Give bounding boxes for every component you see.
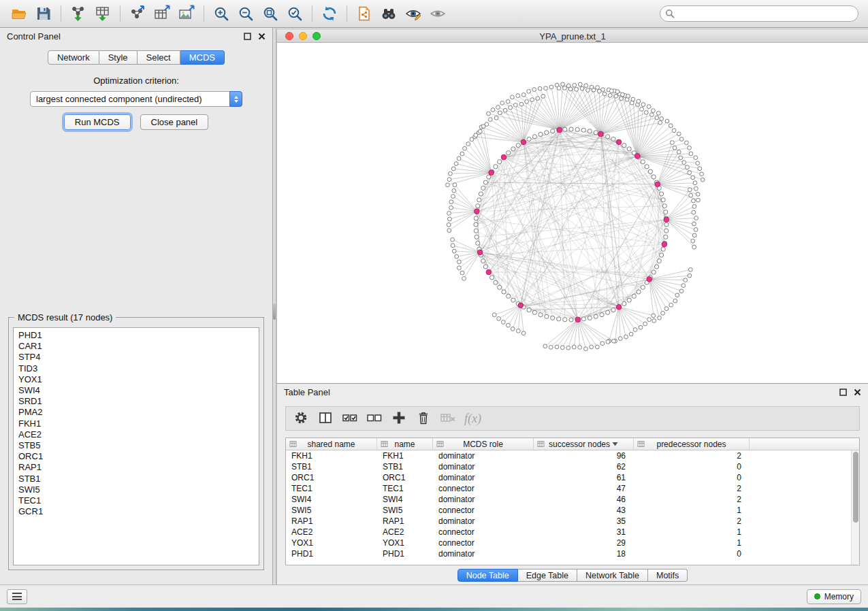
search-input[interactable]: [660, 5, 858, 22]
table-row[interactable]: YOX1YOX1connector291: [286, 538, 851, 548]
control-tab-mcds[interactable]: MCDS: [180, 50, 225, 65]
zoom-fit-button[interactable]: [258, 2, 283, 25]
refresh-arrows-icon: [321, 5, 338, 22]
table-cell: 0: [634, 462, 750, 472]
close-table-panel-button[interactable]: [853, 388, 861, 396]
close-panel-icon-button[interactable]: [257, 32, 266, 40]
zoom-out-button[interactable]: [234, 2, 258, 25]
export-table-icon: [153, 5, 171, 22]
apply-layout-button[interactable]: [317, 2, 342, 25]
table-row[interactable]: STB1STB1dominator620: [286, 461, 851, 472]
float-panel-button[interactable]: [243, 32, 251, 40]
table-tab-edge-table[interactable]: Edge Table: [518, 569, 577, 582]
delete-column-button[interactable]: [413, 408, 434, 429]
table-row[interactable]: ORC1ORC1dominator610: [286, 472, 851, 483]
table-cell: ORC1: [377, 473, 433, 482]
memory-button[interactable]: Memory: [807, 589, 861, 604]
open-session-button[interactable]: [7, 2, 31, 25]
vertical-splitter[interactable]: [273, 28, 276, 584]
control-tab-network[interactable]: Network: [48, 50, 99, 65]
criterion-select[interactable]: largest connected component (undirected): [30, 91, 242, 107]
mcds-result-item[interactable]: PMA2: [18, 407, 254, 418]
table-cell: 62: [534, 462, 634, 472]
network-window: YPA_prune.txt_1: [276, 30, 868, 383]
table-row[interactable]: RAP1RAP1dominator352: [286, 516, 851, 527]
mcds-result-item[interactable]: TID3: [18, 363, 254, 374]
scrollbar-thumb[interactable]: [853, 452, 858, 523]
mcds-result-item[interactable]: RAP1: [18, 462, 254, 473]
mcds-result-item[interactable]: YOX1: [18, 374, 254, 385]
create-column-button[interactable]: [388, 408, 410, 429]
table-scrollbar[interactable]: [851, 450, 859, 565]
table-row[interactable]: PHD1PHD1dominator180: [286, 548, 851, 559]
table-tab-network-table[interactable]: Network Table: [577, 569, 648, 582]
criterion-selected-value: largest connected component (undirected): [31, 94, 229, 104]
mcds-result-item[interactable]: ORC1: [18, 451, 254, 462]
close-window-button[interactable]: [285, 32, 293, 40]
table-row[interactable]: SWI4SWI4dominator462: [286, 494, 851, 505]
select-all-columns-button[interactable]: [339, 408, 361, 429]
mcds-result-item[interactable]: STB1: [18, 474, 254, 484]
float-table-panel-button[interactable]: [839, 388, 847, 396]
mcds-result-item[interactable]: CAR1: [18, 341, 254, 352]
mcds-result-item[interactable]: STB5: [18, 440, 254, 451]
mcds-result-item[interactable]: FKH1: [18, 418, 254, 429]
function-builder-button[interactable]: f(x): [462, 412, 484, 426]
mcds-result-item[interactable]: GCR1: [18, 506, 254, 517]
column-header-predecessor-nodes[interactable]: predecessor nodes: [634, 438, 750, 450]
mcds-result-item[interactable]: SWI5: [18, 484, 254, 495]
control-tab-style[interactable]: Style: [99, 50, 138, 65]
table-mode-button[interactable]: [290, 408, 312, 429]
column-header-successor-nodes[interactable]: successor nodes: [534, 438, 634, 450]
find-button[interactable]: [376, 2, 401, 25]
table-row[interactable]: TEC1TEC1connector472: [286, 483, 851, 494]
network-canvas[interactable]: [277, 43, 868, 383]
table-row[interactable]: ACE2ACE2connector311: [286, 527, 851, 538]
import-table-button[interactable]: [91, 2, 115, 25]
mcds-result-item[interactable]: PHD1: [18, 330, 254, 341]
table-tab-motifs[interactable]: Motifs: [648, 569, 688, 582]
splitter-handle[interactable]: [273, 303, 276, 320]
show-graphics-details-button[interactable]: [401, 2, 425, 25]
toolbar-separator: [120, 5, 120, 22]
export-network-button[interactable]: [125, 2, 150, 25]
deselect-all-columns-button[interactable]: [364, 408, 385, 429]
open-folder-icon: [10, 5, 28, 22]
zoom-selected-button[interactable]: [283, 2, 307, 25]
table-panel: Table Panel f(x) sh: [276, 383, 868, 584]
show-column-button[interactable]: [315, 408, 336, 429]
table-row[interactable]: SWI5SWI5connector431: [286, 505, 851, 516]
export-table-button[interactable]: [150, 2, 174, 25]
table-header-row: shared namenameMCDS rolesuccessor nodesp…: [286, 438, 859, 450]
mcds-result-item[interactable]: SRD1: [18, 396, 254, 407]
maximize-window-button[interactable]: [312, 32, 321, 40]
column-header-MCDS-role[interactable]: MCDS role: [433, 438, 534, 450]
status-menu-button[interactable]: [7, 589, 27, 604]
export-image-button[interactable]: [174, 2, 199, 25]
toolbar-separator: [204, 5, 204, 22]
run-mcds-button[interactable]: Run MCDS: [64, 114, 131, 130]
save-floppy-icon: [35, 5, 52, 22]
table-tab-node-table[interactable]: Node Table: [457, 569, 518, 582]
column-header-name[interactable]: name: [377, 438, 433, 450]
optimization-criterion-label: Optimization criterion:: [0, 76, 272, 86]
mcds-result-item[interactable]: SWI4: [18, 385, 254, 396]
table-row[interactable]: FKH1FKH1dominator962: [286, 450, 851, 461]
table-cell: connector: [433, 538, 534, 548]
status-bar: Memory: [0, 584, 868, 608]
delete-table-button[interactable]: [437, 408, 459, 429]
minimize-window-button[interactable]: [299, 32, 307, 40]
hide-graphics-details-button[interactable]: [425, 2, 450, 25]
mcds-result-item[interactable]: ACE2: [18, 429, 254, 440]
mcds-result-item[interactable]: STP4: [18, 352, 254, 363]
zoom-in-button[interactable]: [209, 2, 234, 25]
mcds-result-item[interactable]: TEC1: [18, 495, 254, 506]
control-tab-select[interactable]: Select: [138, 50, 180, 65]
new-network-from-selection-button[interactable]: [352, 2, 376, 25]
column-header-shared-name[interactable]: shared name: [286, 438, 377, 450]
table-cell: ACE2: [286, 527, 377, 537]
save-session-button[interactable]: [31, 2, 56, 25]
close-panel-button[interactable]: Close panel: [140, 114, 209, 130]
import-network-button[interactable]: [66, 2, 91, 25]
mcds-result-list[interactable]: PHD1CAR1STP4TID3YOX1SWI4SRD1PMA2FKH1ACE2…: [13, 327, 259, 565]
